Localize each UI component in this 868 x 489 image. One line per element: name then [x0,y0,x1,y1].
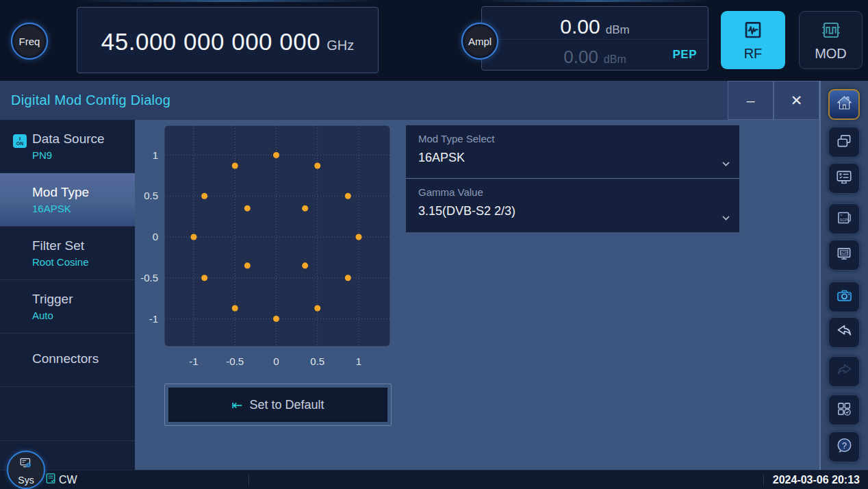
pep-unit: dBm [604,53,626,66]
undo-button[interactable] [828,317,860,348]
digital-mod-config-dialog: Digital Mod Config Dialog – ✕ I ON Data … [0,81,819,470]
home-button[interactable] [828,89,860,120]
sidebar-item-title: Connectors [32,351,129,366]
grid-check-icon [835,400,853,421]
scpi-command-button[interactable]: > SCPI [828,203,860,234]
svg-text:-0.5: -0.5 [140,272,158,284]
preset-grid-button[interactable] [828,394,860,425]
chevron-down-icon [722,161,730,167]
pep-value: 0.00 [563,47,598,68]
sidebar-item-value: Root Cosine [32,256,129,268]
mod-toggle-button[interactable]: MOD [799,11,863,69]
svg-text:1: 1 [153,149,158,161]
sidebar-item-data-source[interactable]: I ON Data Source PN9 [0,120,135,173]
svg-text:-1: -1 [149,313,158,325]
sidebar-item-trigger[interactable]: Trigger Auto [0,280,135,334]
sidebar-item-empty [0,387,135,441]
dialog-title: Digital Mod Config Dialog [11,81,170,120]
help-button[interactable]: ? [828,431,860,462]
pep-badge: PEP [672,48,697,62]
mode-indicator: CW [44,471,77,489]
camera-icon [835,286,854,308]
svg-text:SCPI: SCPI [840,250,848,254]
freq-knob-label: Freq [19,36,40,47]
dialog-body: I ON Data Source PN9 Mod Type 16APSK Fil… [0,120,819,470]
svg-text:0.5: 0.5 [310,355,324,367]
windows-button[interactable] [828,127,860,158]
sidebar-item-value: PN9 [32,149,129,161]
on-badge-line1: I [19,136,21,141]
undo-icon [835,322,854,343]
svg-text:-0.5: -0.5 [226,355,244,367]
sidebar-item-title: Mod Type [32,185,129,200]
set-to-default-frame: ⇤ Set to Default [164,384,392,426]
right-toolbar: > SCPI SCPI [819,81,868,470]
field-value: 3.15(DVB-S2 2/3) [418,204,727,218]
svg-text:1: 1 [356,355,361,367]
ampl-knob-label: Ampl [468,36,492,47]
mod-label: MOD [815,46,847,62]
status-bar: CW 2024-03-06 20:13 [0,470,868,489]
mod-type-select-dropdown[interactable]: Mod Type Select 16APSK [406,125,739,178]
svg-text:?: ? [842,441,847,451]
mod-config-fields: Mod Type Select 16APSK Gamma Value 3.15(… [405,125,740,233]
amplitude-row: 0.00 dBm [482,7,708,40]
screenshot-button[interactable] [828,281,860,312]
data-source-on-badge-icon: I ON [13,134,27,148]
amplitude-unit: dBm [606,23,630,37]
rf-waveform-icon [741,19,765,44]
home-icon [835,94,854,115]
gamma-value-dropdown[interactable]: Gamma Value 3.15(DVB-S2 2/3) [406,178,739,232]
svg-text:0.5: 0.5 [144,190,158,201]
svg-text:0: 0 [273,355,279,367]
dialog-sidebar: I ON Data Source PN9 Mod Type 16APSK Fil… [0,120,135,470]
signal-generator-screen: Freq 45.000 000 000 000 GHz Ampl 0.00 dB… [0,0,868,489]
pep-row: 0.00 dBm PEP [482,40,708,71]
constellation-plot: -1-0.500.5110.50-0.5-1 [135,120,409,373]
sidebar-item-mod-type[interactable]: Mod Type 16APSK [0,173,135,227]
ampl-knob[interactable]: Ampl [461,23,498,60]
svg-text:SCPI: SCPI [840,217,849,221]
freq-knob[interactable]: Freq [11,23,48,60]
sys-button[interactable]: Sys [7,451,45,489]
sidebar-item-title: Filter Set [32,238,129,253]
field-value: 16APSK [418,151,727,165]
sidebar-item-title: Data Source [32,131,129,147]
freq-box-glow [77,0,379,2]
windows-icon [835,132,853,153]
rf-toggle-button[interactable]: RF [721,11,785,69]
status-separator [248,475,249,486]
display-config-button[interactable] [828,163,860,194]
frequency-unit: GHz [327,38,354,53]
sidebar-item-connectors[interactable]: Connectors [0,334,135,387]
set-to-default-button[interactable]: ⇤ Set to Default [168,388,387,422]
rf-label: RF [744,46,763,62]
minimize-button[interactable]: – [728,81,774,120]
cw-document-icon [44,472,58,488]
sidebar-item-value: Auto [32,310,129,321]
datetime-label: 2024-03-06 20:13 [773,471,860,489]
scpi-command-icon: > SCPI [835,209,853,229]
scpi-monitor-button[interactable]: SCPI [828,240,860,271]
sidebar-item-value: 16APSK [32,203,129,214]
help-icon: ? [835,436,854,457]
set-to-default-label: Set to Default [249,398,324,412]
ampl-box-glow [481,0,709,2]
svg-text:0: 0 [153,231,158,242]
reset-to-start-icon: ⇤ [232,397,243,413]
sidebar-item-filter-set[interactable]: Filter Set Root Cosine [0,227,135,280]
dialog-titlebar: Digital Mod Config Dialog – ✕ [0,81,819,120]
mod-squarewave-icon [819,19,843,44]
field-label: Mod Type Select [418,133,727,145]
dialog-main: -1-0.500.5110.50-0.5-1 ⇤ Set to Default … [135,120,819,470]
status-separator [763,475,764,486]
amplitude-display[interactable]: 0.00 dBm 0.00 dBm PEP [481,6,709,71]
close-icon: ✕ [791,92,803,109]
redo-button[interactable] [828,356,860,387]
close-button[interactable]: ✕ [774,81,819,120]
field-label: Gamma Value [418,186,727,198]
frequency-display[interactable]: 45.000 000 000 000 GHz [77,7,379,73]
sys-label: Sys [18,475,34,486]
minimize-icon: – [747,92,755,109]
on-badge-line2: ON [16,141,24,147]
